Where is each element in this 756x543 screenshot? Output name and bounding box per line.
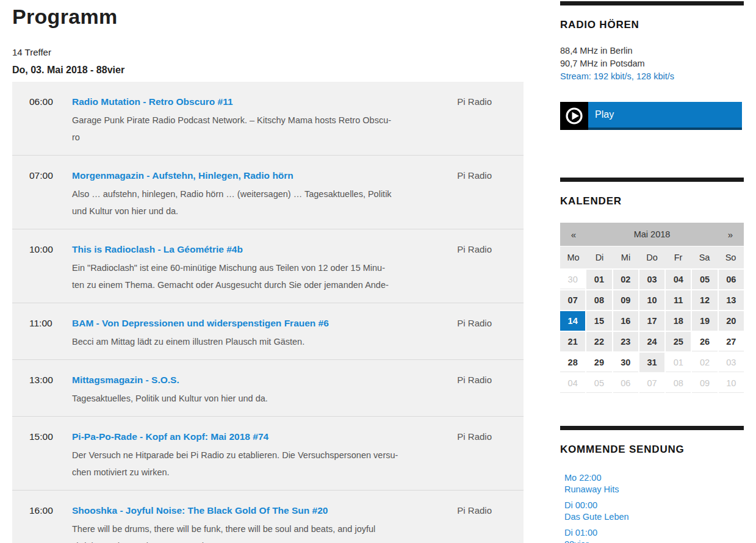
- calendar-day[interactable]: 22: [586, 332, 611, 351]
- page: Programm 14 Treffer Do, 03. Mai 2018 - 8…: [0, 0, 756, 543]
- calendar-day[interactable]: 31: [639, 353, 664, 372]
- calendar-day[interactable]: 02: [613, 270, 638, 289]
- program-station: Pi Radio: [432, 503, 524, 543]
- calendar-day[interactable]: 17: [639, 311, 664, 331]
- calendar-day[interactable]: 07: [560, 290, 585, 310]
- calendar-day: 06: [613, 373, 638, 393]
- program-title-link[interactable]: Pi-Pa-Po-Rade - Kopf an Kopf: Mai 2018 #…: [72, 430, 268, 444]
- upcoming-show-title: Das Gute Leben: [564, 511, 744, 523]
- calendar-weekday: Do: [639, 253, 665, 262]
- calendar-day[interactable]: 26: [692, 332, 717, 351]
- calendar-day[interactable]: 19: [692, 311, 717, 331]
- program-title-link[interactable]: Radio Mutation - Retro Obscuro #11: [72, 95, 233, 109]
- calendar-day: 08: [666, 373, 691, 393]
- calendar-weekday-row: MoDiMiDoFrSaSo: [560, 246, 744, 268]
- program-row: 11:00 BAM - Von Depressionen und widersp…: [12, 303, 524, 360]
- radio-listen-heading: RADIO HÖREN: [560, 18, 744, 32]
- program-description: Ein "Radioclash" ist eine 60-minütige Mi…: [72, 259, 432, 293]
- calendar-prev-button[interactable]: «: [560, 229, 587, 240]
- calendar-weekday: Mo: [560, 253, 586, 262]
- calendar-day[interactable]: 09: [613, 290, 638, 310]
- program-title-link[interactable]: Morgenmagazin - Aufstehn, Hinlegen, Radi…: [72, 168, 293, 183]
- stream-link-192[interactable]: Stream: 192 kbit/s: [560, 71, 632, 81]
- calendar-day[interactable]: 23: [613, 332, 638, 351]
- program-time: 07:00: [12, 168, 72, 220]
- upcoming-show-link[interactable]: Mo 22:00 Runaway Hits: [564, 472, 744, 495]
- program-description: Garage Punk Pirate Radio Podcast Network…: [72, 112, 432, 146]
- play-button[interactable]: Play: [560, 102, 742, 130]
- program-time: 11:00: [12, 316, 72, 350]
- program-time: 06:00: [12, 95, 72, 146]
- program-station: Pi Radio: [432, 95, 524, 146]
- program-description: Becci am Mittag lädt zu einem illustren …: [72, 333, 432, 350]
- program-station: Pi Radio: [432, 168, 524, 220]
- sidebar-divider: [560, 426, 744, 430]
- stream-separator: ,: [632, 71, 636, 81]
- program-description: There will be drums, there will be funk,…: [72, 520, 432, 543]
- program-station: Pi Radio: [432, 242, 524, 293]
- calendar-day[interactable]: 03: [639, 270, 664, 289]
- program-title-link[interactable]: Shooshka - Joyful Noise: The Black Gold …: [72, 503, 328, 518]
- calendar-day[interactable]: 25: [666, 332, 691, 351]
- calendar-day[interactable]: 29: [586, 353, 611, 372]
- calendar-day[interactable]: 21: [560, 332, 585, 351]
- calendar-day[interactable]: 10: [639, 290, 664, 310]
- stream-links: Stream: 192 kbit/s, 128 kbit/s: [560, 70, 744, 83]
- calendar-day[interactable]: 27: [719, 332, 744, 351]
- calendar-weekday: Mi: [613, 253, 639, 262]
- calendar-day[interactable]: 06: [719, 270, 744, 289]
- upcoming-show-link[interactable]: Di 01:00 88vier: [564, 527, 744, 543]
- calendar-day[interactable]: 01: [586, 270, 611, 289]
- calendar-day[interactable]: 30: [613, 353, 638, 372]
- program-row: 10:00 This is Radioclash - La Géométrie …: [12, 229, 524, 303]
- program-list: 06:00 Radio Mutation - Retro Obscuro #11…: [12, 82, 524, 543]
- calendar-weekday: Di: [586, 253, 613, 262]
- program-row-main: Shooshka - Joyful Noise: The Black Gold …: [72, 503, 432, 543]
- program-description: Also … aufstehn, hinlegen, Radio hörn … …: [72, 185, 432, 220]
- calendar-day[interactable]: 05: [692, 270, 717, 289]
- calendar-day[interactable]: 15: [586, 311, 611, 331]
- program-station: Pi Radio: [432, 316, 524, 350]
- program-time: 16:00: [12, 503, 72, 543]
- calendar-day[interactable]: 11: [666, 290, 691, 310]
- calendar-day: 07: [639, 373, 664, 393]
- sidebar-divider: [560, 178, 744, 182]
- program-row: 16:00 Shooshka - Joyful Noise: The Black…: [12, 491, 524, 543]
- calendar-day-selected[interactable]: 14: [560, 311, 585, 331]
- program-row-main: Radio Mutation - Retro Obscuro #11 Garag…: [72, 95, 432, 146]
- calendar-day[interactable]: 20: [719, 311, 744, 331]
- calendar-day[interactable]: 16: [613, 311, 638, 331]
- calendar-day[interactable]: 24: [639, 332, 664, 351]
- program-title-link[interactable]: Mittagsmagazin - S.O.S.: [72, 373, 179, 387]
- date-heading: Do, 03. Mai 2018 - 88vier: [12, 63, 524, 77]
- calendar-day[interactable]: 04: [666, 270, 691, 289]
- upcoming-show-time: Mo 22:00: [564, 472, 744, 484]
- upcoming-show-title: Runaway Hits: [564, 484, 744, 495]
- calendar-weekday: Sa: [691, 253, 718, 262]
- program-description: Tagesaktuelles, Politik und Kultur von h…: [72, 390, 432, 407]
- calendar-day[interactable]: 13: [719, 290, 744, 310]
- calendar-widget: « Mai 2018 » MoDiMiDoFrSaSo 300102030405…: [560, 223, 744, 393]
- calendar-day: 05: [586, 373, 611, 393]
- upcoming-show-link[interactable]: Di 00:00 Das Gute Leben: [564, 500, 744, 523]
- frequency-berlin: 88,4 MHz in Berlin: [560, 45, 744, 57]
- frequency-list: 88,4 MHz in Berlin 90,7 MHz in Potsdam S…: [560, 45, 744, 83]
- calendar-day[interactable]: 12: [692, 290, 717, 310]
- calendar-grid: 3001020304050607080910111213141516171819…: [560, 268, 744, 393]
- calendar-weekday: So: [718, 253, 744, 262]
- upcoming-heading: KOMMENDE SENDUNG: [560, 443, 744, 456]
- program-row-main: Mittagsmagazin - S.O.S. Tagesaktuelles, …: [72, 373, 432, 407]
- play-icon: [560, 102, 588, 130]
- stream-link-128[interactable]: 128 kbit/s: [636, 71, 674, 81]
- program-title-link[interactable]: This is Radioclash - La Géométrie #4b: [72, 242, 243, 257]
- calendar-day: 03: [719, 353, 744, 372]
- calendar-heading: KALENDER: [560, 195, 744, 208]
- calendar-next-button[interactable]: »: [717, 229, 744, 240]
- program-title-link[interactable]: BAM - Von Depressionen und widerspenstig…: [72, 316, 329, 331]
- program-station: Pi Radio: [432, 430, 524, 481]
- calendar-day[interactable]: 18: [666, 311, 691, 331]
- program-row: 06:00 Radio Mutation - Retro Obscuro #11…: [12, 82, 524, 156]
- calendar-day[interactable]: 08: [586, 290, 611, 310]
- calendar-day[interactable]: 28: [560, 353, 585, 372]
- calendar-month-label: Mai 2018: [587, 229, 717, 239]
